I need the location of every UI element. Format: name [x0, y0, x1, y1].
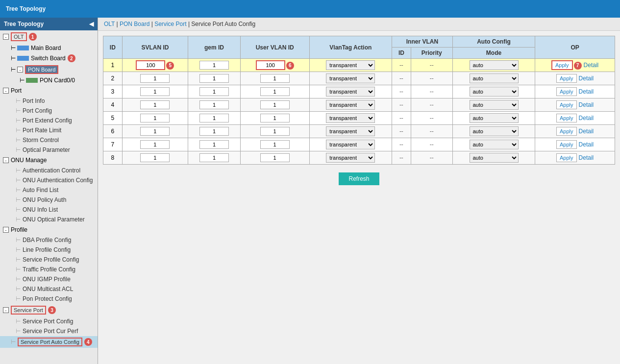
sidebar-item-dba-profile[interactable]: ⊢DBA Profile Config — [0, 235, 98, 245]
service-port-label[interactable]: Service Port — [11, 306, 46, 315]
mode-select-4[interactable]: automanual — [470, 100, 519, 110]
apply-button-4[interactable]: Apply — [556, 100, 577, 109]
detail-link-1[interactable]: Detail — [584, 62, 599, 69]
uvlan-input-8[interactable] — [260, 153, 290, 162]
refresh-button[interactable]: Refresh — [339, 172, 379, 185]
sidebar-item-port-extend-config[interactable]: ⊢Port Extend Config — [0, 116, 98, 125]
gem-input-6[interactable] — [199, 127, 229, 136]
uvlan-input-1[interactable] — [256, 60, 285, 70]
apply-button-1[interactable]: Apply — [551, 60, 573, 70]
mode-select-6[interactable]: automanual — [470, 126, 519, 136]
gem-input-4[interactable] — [199, 100, 229, 109]
breadcrumb-service-port[interactable]: Service Port — [154, 21, 186, 27]
detail-link-6[interactable]: Detail — [579, 128, 594, 135]
sidebar-item-auto-find-list[interactable]: ⊢Auto Find List — [0, 185, 98, 195]
port-expand[interactable]: - — [3, 88, 9, 94]
svlan-input-4[interactable] — [140, 100, 170, 109]
breadcrumb-olt[interactable]: OLT — [104, 21, 115, 27]
pon-board-label[interactable]: PON Board — [25, 65, 58, 74]
sidebar-item-port-rate-limit[interactable]: ⊢Port Rate Limit — [0, 125, 98, 135]
olt-expand[interactable]: - — [3, 34, 9, 40]
profile-expand[interactable]: - — [3, 227, 9, 233]
uvlan-input-3[interactable] — [260, 87, 290, 96]
uvlan-input-5[interactable] — [260, 114, 290, 122]
switch-board-node[interactable]: ⊢ Switch Board 2 — [0, 53, 98, 64]
breadcrumb-pon-board[interactable]: PON Board — [120, 21, 149, 27]
port-label: Port — [11, 87, 22, 94]
sidebar-item-onu-auth-config[interactable]: ⊢ONU Authentication Config — [0, 175, 98, 185]
apply-button-8[interactable]: Apply — [556, 153, 577, 162]
apply-button-2[interactable]: Apply — [556, 74, 577, 83]
sidebar-title[interactable]: Tree Topology ◀ — [0, 18, 98, 30]
gem-input-5[interactable] — [199, 114, 229, 122]
sidebar-item-onu-multicast[interactable]: ⊢ONU Multicast ACL — [0, 284, 98, 294]
pon-board-expand[interactable]: - — [17, 67, 23, 73]
vlantag-select-3[interactable]: transparenttaguntagtranslate — [326, 87, 375, 97]
svlan-input-7[interactable] — [140, 140, 170, 149]
sidebar-item-service-port-auto-config[interactable]: ⊢ Service Port Auto Config 4 — [0, 336, 98, 348]
vlantag-select-5[interactable]: transparenttaguntagtranslate — [326, 113, 375, 123]
svlan-input-5[interactable] — [140, 114, 170, 122]
svlan-input-6[interactable] — [140, 127, 170, 136]
gem-input-7[interactable] — [199, 140, 229, 149]
detail-link-5[interactable]: Detail — [579, 115, 594, 121]
apply-button-6[interactable]: Apply — [556, 127, 577, 136]
detail-link-3[interactable]: Detail — [579, 88, 594, 95]
sidebar-item-pon-protect[interactable]: ⊢Pon Protect Config — [0, 294, 98, 304]
uvlan-input-6[interactable] — [260, 127, 290, 136]
vlantag-select-6[interactable]: transparenttaguntagtranslate — [326, 126, 375, 136]
svlan-input-3[interactable] — [140, 87, 170, 96]
main-board-node[interactable]: ⊢ Main Board — [0, 43, 98, 53]
apply-button-5[interactable]: Apply — [556, 114, 577, 122]
olt-node[interactable]: - OLT 1 — [0, 30, 98, 43]
uvlan-input-2[interactable] — [260, 74, 290, 83]
onu-manage-expand[interactable]: - — [3, 157, 9, 163]
detail-link-7[interactable]: Detail — [579, 141, 594, 148]
table-cell-svlan-8 — [122, 151, 188, 165]
olt-label[interactable]: OLT — [11, 32, 27, 41]
sidebar-item-storm-control[interactable]: ⊢Storm Control — [0, 135, 98, 145]
apply-button-7[interactable]: Apply — [556, 140, 577, 149]
svlan-input-8[interactable] — [140, 153, 170, 162]
pon-card-node[interactable]: ⊢ PON Card0/0 — [0, 75, 98, 85]
sidebar-item-port-info[interactable]: ⊢Port Info — [0, 96, 98, 106]
auto-config-label[interactable]: Service Port Auto Config — [18, 338, 82, 346]
vlantag-select-7[interactable]: transparenttaguntagtranslate — [326, 140, 375, 149]
sidebar-item-onu-info-list[interactable]: ⊢ONU Info List — [0, 205, 98, 215]
vlantag-select-8[interactable]: transparenttaguntagtranslate — [326, 153, 375, 163]
gem-input-1[interactable] — [199, 61, 229, 70]
mode-select-2[interactable]: automanual — [470, 73, 519, 83]
vlantag-select-1[interactable]: transparenttaguntagtranslate — [326, 60, 375, 70]
sidebar-item-optical-parameter[interactable]: ⊢Optical Parameter — [0, 145, 98, 155]
sidebar-item-onu-policy-auth[interactable]: ⊢ONU Policy Auth — [0, 195, 98, 205]
apply-button-3[interactable]: Apply — [556, 87, 577, 96]
sidebar-item-service-port-config[interactable]: ⊢Service Port Config — [0, 316, 98, 326]
svlan-input-1[interactable] — [136, 60, 165, 70]
sidebar-item-service-port-cur-perf[interactable]: ⊢Service Port Cur Perf — [0, 326, 98, 336]
pon-board-node[interactable]: ⊢ - PON Board — [0, 64, 98, 75]
service-port-expand[interactable]: - — [3, 307, 9, 313]
mode-select-5[interactable]: automanual — [470, 113, 519, 123]
sidebar-item-port-config[interactable]: ⊢Port Config — [0, 106, 98, 116]
svlan-input-2[interactable] — [140, 74, 170, 83]
mode-select-1[interactable]: automanual — [470, 60, 519, 70]
mode-select-8[interactable]: automanual — [470, 153, 519, 163]
uvlan-input-7[interactable] — [260, 140, 290, 149]
vlantag-select-2[interactable]: transparenttaguntagtranslate — [326, 73, 375, 83]
sidebar-item-line-profile[interactable]: ⊢Line Profile Config — [0, 245, 98, 255]
uvlan-input-4[interactable] — [260, 100, 290, 109]
vlantag-select-4[interactable]: transparenttaguntagtranslate — [326, 100, 375, 110]
gem-input-8[interactable] — [199, 153, 229, 162]
detail-link-8[interactable]: Detail — [579, 154, 594, 161]
detail-link-4[interactable]: Detail — [579, 101, 594, 108]
sidebar-item-service-profile[interactable]: ⊢Service Profile Config — [0, 255, 98, 265]
mode-select-3[interactable]: automanual — [470, 87, 519, 97]
sidebar-item-onu-optical-param[interactable]: ⊢ONU Optical Parameter — [0, 215, 98, 224]
sidebar-item-traffic-profile[interactable]: ⊢Traffic Profile Config — [0, 265, 98, 274]
sidebar-item-onu-igmp[interactable]: ⊢ONU IGMP Profile — [0, 274, 98, 284]
mode-select-7[interactable]: automanual — [470, 140, 519, 149]
gem-input-2[interactable] — [199, 74, 229, 83]
gem-input-3[interactable] — [199, 87, 229, 96]
sidebar-item-auth-control[interactable]: ⊢Authentication Control — [0, 166, 98, 175]
detail-link-2[interactable]: Detail — [579, 75, 594, 82]
